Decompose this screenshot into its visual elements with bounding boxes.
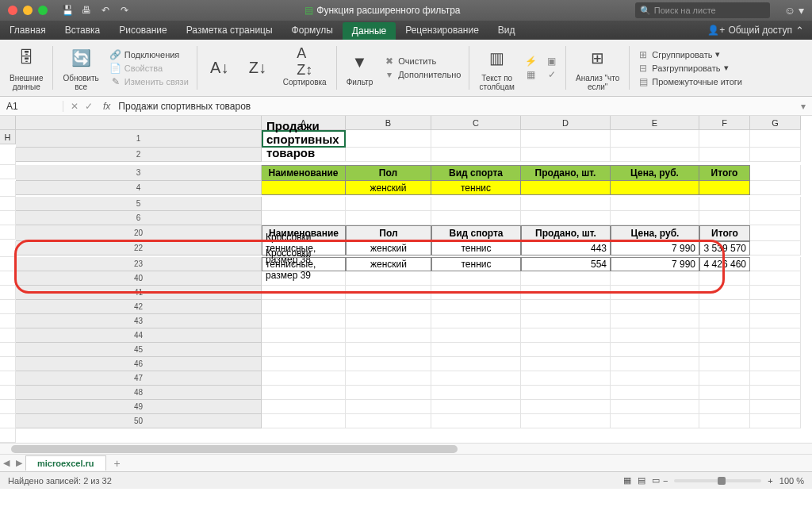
cell[interactable] (346, 271, 431, 286)
cell[interactable] (750, 328, 801, 343)
cell[interactable]: Продано, шт. (521, 165, 611, 181)
cell[interactable] (699, 386, 750, 400)
cell[interactable] (262, 197, 346, 211)
filter-button[interactable]: ▼ Фильтр (342, 43, 378, 93)
cell[interactable] (699, 181, 750, 195)
cell[interactable] (521, 386, 611, 400)
cell[interactable]: Пол (346, 225, 431, 241)
cell[interactable]: Цена, руб. (611, 225, 699, 241)
cell[interactable] (346, 386, 431, 400)
cell[interactable] (431, 400, 521, 414)
cell[interactable] (0, 181, 16, 197)
group-button[interactable]: ⊞Сгруппировать ▾ (638, 49, 742, 60)
cell[interactable] (431, 286, 521, 300)
cell[interactable] (699, 343, 750, 357)
cell[interactable] (0, 414, 16, 428)
cell[interactable] (750, 371, 801, 386)
cell[interactable] (0, 328, 16, 343)
cell[interactable] (16, 116, 262, 130)
cell[interactable] (346, 328, 431, 343)
row-header[interactable]: 43 (16, 314, 262, 328)
cell[interactable] (346, 371, 431, 386)
cell[interactable] (750, 314, 801, 328)
cell[interactable] (262, 211, 346, 225)
row-header[interactable]: 45 (16, 343, 262, 357)
cell[interactable] (0, 428, 16, 443)
cell[interactable] (262, 328, 346, 343)
text-to-columns-button[interactable]: ▥ Текст по столбцам (474, 43, 519, 93)
fx-icon[interactable]: fx (100, 101, 113, 112)
cell[interactable] (750, 414, 801, 428)
cell[interactable] (0, 286, 16, 300)
cell[interactable] (346, 130, 431, 148)
row-header[interactable]: 40 (16, 271, 262, 286)
clear-filter-button[interactable]: ✖Очистить (384, 56, 461, 67)
cell[interactable]: D (521, 116, 611, 130)
refresh-all-button[interactable]: 🔄 Обновить все (58, 43, 103, 93)
zoom-icon[interactable] (38, 6, 48, 15)
cell[interactable]: Итого (699, 165, 750, 181)
cell[interactable] (521, 130, 611, 148)
cell[interactable] (431, 386, 521, 400)
cell[interactable]: 4 426 460 (699, 257, 750, 271)
cell[interactable] (262, 343, 346, 357)
print-icon[interactable]: 🖶 (79, 3, 94, 17)
row-header[interactable]: 50 (16, 414, 262, 428)
cell[interactable]: Продажи спортивных товаров (262, 130, 346, 148)
data-validate-button[interactable]: ✓ (546, 69, 557, 80)
cell[interactable] (521, 148, 611, 162)
cell[interactable] (346, 148, 431, 162)
save-icon[interactable]: 💾 (60, 3, 75, 17)
search-input[interactable]: 🔍 Поиск на листе (635, 2, 770, 18)
cell[interactable]: женский (346, 257, 431, 271)
sort-az-button[interactable]: A↓ (202, 43, 237, 93)
cell[interactable] (0, 371, 16, 386)
cell[interactable] (611, 211, 699, 225)
view-break-icon[interactable]: ▭ (649, 475, 663, 486)
cell[interactable] (431, 197, 521, 211)
row-header[interactable]: 48 (16, 386, 262, 400)
cell[interactable] (431, 414, 521, 428)
cell[interactable] (521, 357, 611, 371)
tab-рецензирование[interactable]: Рецензирование (396, 21, 488, 40)
cell[interactable] (262, 414, 346, 428)
worksheet[interactable]: ABCDEFGH1Продажи спортивных товаров23Наи… (0, 116, 812, 443)
cell[interactable] (699, 271, 750, 286)
cell[interactable]: C (431, 116, 521, 130)
row-header[interactable]: 42 (16, 300, 262, 314)
cell[interactable] (346, 414, 431, 428)
cell[interactable]: Итого (699, 225, 750, 241)
expand-formula-icon[interactable]: ▾ (795, 101, 812, 112)
minimize-icon[interactable] (23, 6, 33, 15)
cell[interactable] (699, 328, 750, 343)
row-header[interactable]: 49 (16, 400, 262, 414)
cell[interactable] (0, 197, 16, 211)
formula-input[interactable]: Продажи спортивных товаров (113, 101, 795, 112)
advanced-filter-button[interactable]: ▾Дополнительно (384, 69, 461, 80)
cell[interactable] (0, 211, 16, 225)
cell[interactable] (0, 241, 16, 257)
cell[interactable] (611, 343, 699, 357)
tab-nav-next[interactable]: ▶ (13, 458, 25, 468)
consolidate-button[interactable]: ▣ (546, 56, 557, 67)
cell[interactable] (262, 357, 346, 371)
cell[interactable] (431, 148, 521, 162)
cell[interactable]: 3 539 570 (699, 241, 750, 255)
cell[interactable] (699, 148, 750, 162)
cell[interactable]: женский (346, 241, 431, 255)
cell[interactable]: Вид спорта (431, 225, 521, 241)
row-header[interactable]: 3 (16, 165, 262, 181)
enter-icon[interactable]: ✓ (82, 100, 95, 113)
row-header[interactable]: 41 (16, 286, 262, 300)
subtotal-button[interactable]: ▤Промежуточные итоги (638, 76, 742, 87)
cell[interactable] (611, 400, 699, 414)
cell[interactable] (521, 400, 611, 414)
cell[interactable] (431, 271, 521, 286)
row-header[interactable]: 23 (16, 257, 262, 271)
smile-icon[interactable]: ☺ ▾ (776, 4, 812, 17)
tab-вид[interactable]: Вид (488, 21, 525, 40)
cell[interactable] (346, 343, 431, 357)
row-header[interactable]: 46 (16, 357, 262, 371)
cell[interactable]: теннис (431, 241, 521, 255)
cell[interactable] (521, 197, 611, 211)
